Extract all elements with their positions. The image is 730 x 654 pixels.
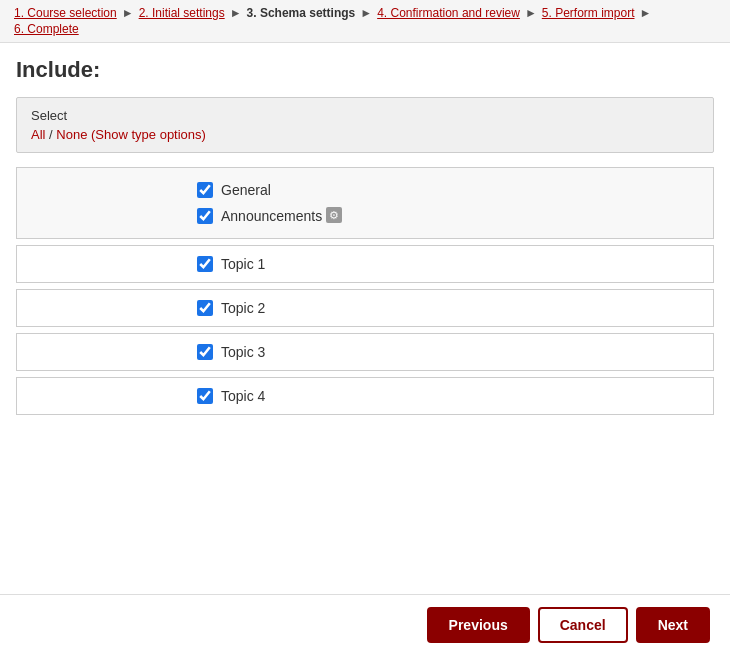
select-box: Select All / None (Show type options) bbox=[16, 97, 714, 153]
select-all-link[interactable]: All bbox=[31, 127, 45, 142]
checkbox-item-topic2-checkbox: Topic 2 bbox=[197, 300, 693, 316]
breadcrumb-sep: ► bbox=[640, 6, 652, 20]
general-section-row: GeneralAnnouncements bbox=[17, 168, 713, 238]
checkbox-item-topic4-checkbox: Topic 4 bbox=[197, 388, 693, 404]
breadcrumb-item-confirmation-review[interactable]: 4. Confirmation and review bbox=[377, 6, 520, 20]
topic2-section-row: Topic 2 bbox=[17, 290, 713, 326]
topic3-checkbox[interactable] bbox=[197, 344, 213, 360]
checkbox-item-general-checkbox: General bbox=[197, 182, 693, 198]
select-label: Select bbox=[31, 108, 699, 123]
next-button[interactable]: Next bbox=[636, 607, 710, 643]
sections-container: GeneralAnnouncementsTopic 1Topic 2Topic … bbox=[16, 167, 714, 415]
breadcrumb-item-perform-import[interactable]: 5. Perform import bbox=[542, 6, 635, 20]
checkbox-item-topic3-checkbox: Topic 3 bbox=[197, 344, 693, 360]
breadcrumb-sep: ► bbox=[525, 6, 537, 20]
announcements-checkbox[interactable] bbox=[197, 208, 213, 224]
topic1-checkbox-label[interactable]: Topic 1 bbox=[221, 256, 265, 272]
checkbox-item-announcements-checkbox: Announcements bbox=[197, 208, 693, 224]
general-checkbox-label[interactable]: General bbox=[221, 182, 271, 198]
breadcrumb-item-course-selection[interactable]: 1. Course selection bbox=[14, 6, 117, 20]
breadcrumb-sep: ► bbox=[122, 6, 134, 20]
topic4-checkbox-label[interactable]: Topic 4 bbox=[221, 388, 265, 404]
breadcrumb-sep: ► bbox=[230, 6, 242, 20]
topic3-section: Topic 3 bbox=[16, 333, 714, 371]
topic3-checkbox-label[interactable]: Topic 3 bbox=[221, 344, 265, 360]
announcements-settings-icon bbox=[326, 207, 342, 223]
general-section: GeneralAnnouncements bbox=[16, 167, 714, 239]
select-none-link[interactable]: None bbox=[56, 127, 87, 142]
select-links: All / None (Show type options) bbox=[31, 127, 699, 142]
breadcrumb-sep: ► bbox=[360, 6, 372, 20]
general-checkbox[interactable] bbox=[197, 182, 213, 198]
topic4-section: Topic 4 bbox=[16, 377, 714, 415]
topic1-section-row: Topic 1 bbox=[17, 246, 713, 282]
show-type-options-link[interactable]: (Show type options) bbox=[91, 127, 206, 142]
breadcrumb: 1. Course selection ► 2. Initial setting… bbox=[0, 0, 730, 43]
breadcrumb-item-complete[interactable]: 6. Complete bbox=[14, 22, 79, 36]
topic2-checkbox[interactable] bbox=[197, 300, 213, 316]
topic4-checkbox[interactable] bbox=[197, 388, 213, 404]
topic4-section-row: Topic 4 bbox=[17, 378, 713, 414]
announcements-checkbox-label[interactable]: Announcements bbox=[221, 208, 322, 224]
breadcrumb-item-initial-settings[interactable]: 2. Initial settings bbox=[139, 6, 225, 20]
topic2-section: Topic 2 bbox=[16, 289, 714, 327]
topic3-section-row: Topic 3 bbox=[17, 334, 713, 370]
previous-button[interactable]: Previous bbox=[427, 607, 530, 643]
topic2-checkbox-label[interactable]: Topic 2 bbox=[221, 300, 265, 316]
breadcrumb-item-schema-settings: 3. Schema settings bbox=[247, 6, 356, 20]
footer-bar: Previous Cancel Next bbox=[0, 594, 730, 654]
page-title: Include: bbox=[16, 57, 714, 83]
cancel-button[interactable]: Cancel bbox=[538, 607, 628, 643]
topic1-checkbox[interactable] bbox=[197, 256, 213, 272]
topic1-section: Topic 1 bbox=[16, 245, 714, 283]
checkbox-item-topic1-checkbox: Topic 1 bbox=[197, 256, 693, 272]
